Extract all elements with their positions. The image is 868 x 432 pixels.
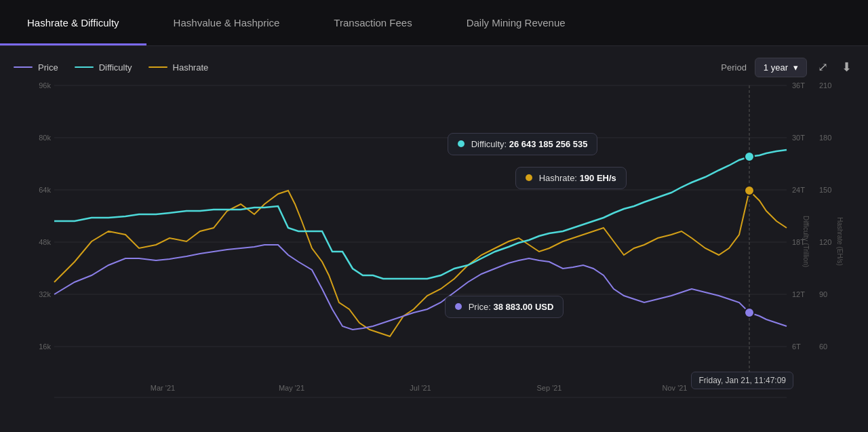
svg-text:Sep '21: Sep '21 [537,384,562,392]
svg-text:30T: 30T [792,134,805,142]
svg-text:Hashrate (EH/s): Hashrate (EH/s) [836,217,844,266]
svg-text:12T: 12T [792,290,805,298]
legend-difficulty: Difficulty [75,62,132,73]
price-line-indicator [14,66,33,68]
expand-button[interactable]: ⤢ [815,57,831,77]
period-value: 1 year [764,62,788,73]
svg-text:Jul '21: Jul '21 [410,384,431,392]
controls-row: Price Difficulty Hashrate Period 1 year … [14,57,854,77]
legend: Price Difficulty Hashrate [14,62,208,73]
tab-hashrate-difficulty-label: Hashrate & Difficulty [27,17,119,28]
hashrate-line-indicator [149,66,167,68]
svg-text:Nov '21: Nov '21 [663,384,688,392]
svg-text:210: 210 [819,81,831,90]
svg-text:32k: 32k [39,290,51,298]
tab-bar: Hashrate & Difficulty Hashvalue & Hashpr… [0,0,868,46]
svg-text:90: 90 [819,290,827,298]
tab-hashvalue-hashprice-label: Hashvalue & Hashprice [174,17,280,28]
period-select[interactable]: 1 year ▾ [755,58,807,77]
svg-text:16k: 16k [39,342,51,351]
svg-text:48k: 48k [39,238,51,246]
svg-point-35 [745,152,754,161]
timestamp-tooltip: Friday, Jan 21, 11:47:09 [691,372,793,389]
svg-text:64k: 64k [39,186,51,194]
expand-icon: ⤢ [818,60,828,75]
svg-text:60: 60 [819,342,827,351]
svg-text:6T: 6T [792,342,801,351]
legend-hashrate-label: Hashrate [173,62,209,73]
svg-text:Mar '21: Mar '21 [151,384,175,392]
difficulty-line-indicator [75,66,94,68]
svg-text:36T: 36T [792,81,805,90]
main-chart-svg: 96k 80k 64k 48k 32k 16k 36T 30T 24T 18T … [14,85,854,397]
timestamp-value: Friday, Jan 21, 11:47:09 [698,376,786,385]
svg-point-36 [745,308,754,317]
svg-point-34 [745,186,754,195]
svg-text:150: 150 [819,186,831,194]
legend-difficulty-label: Difficulty [99,62,132,73]
download-icon: ⬇ [842,60,852,75]
period-label: Period [721,62,747,73]
tab-transaction-fees-label: Transaction Fees [334,17,412,28]
tab-hashrate-difficulty[interactable]: Hashrate & Difficulty [0,0,146,45]
legend-price: Price [14,62,58,73]
chart-area: 96k 80k 64k 48k 32k 16k 36T 30T 24T 18T … [14,85,854,397]
chevron-down-icon: ▾ [793,62,798,73]
tab-daily-mining-revenue[interactable]: Daily Mining Revenue [439,0,593,45]
chart-container: Price Difficulty Hashrate Period 1 year … [0,46,868,432]
tab-daily-mining-revenue-label: Daily Mining Revenue [467,17,566,28]
svg-text:May '21: May '21 [279,384,304,392]
right-controls: Period 1 year ▾ ⤢ ⬇ [721,57,854,77]
svg-text:80k: 80k [39,134,51,142]
svg-text:96k: 96k [39,81,51,90]
legend-hashrate: Hashrate [149,62,209,73]
svg-text:Difficulty (Trillion): Difficulty (Trillion) [802,216,810,267]
legend-price-label: Price [38,62,58,73]
svg-text:120: 120 [819,238,831,246]
tab-transaction-fees[interactable]: Transaction Fees [307,0,439,45]
tab-hashvalue-hashprice[interactable]: Hashvalue & Hashprice [146,0,307,45]
download-button[interactable]: ⬇ [839,57,854,77]
svg-text:24T: 24T [792,186,805,194]
svg-rect-0 [14,85,854,397]
svg-text:180: 180 [819,134,831,142]
